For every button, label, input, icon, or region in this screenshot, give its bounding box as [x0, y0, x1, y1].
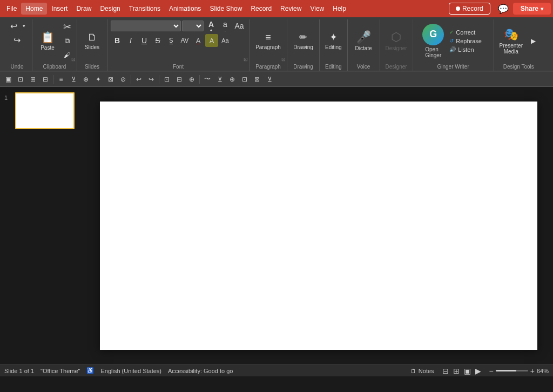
- menu-file[interactable]: File: [2, 3, 21, 15]
- tb2-sep3: [159, 75, 159, 84]
- bold-button[interactable]: B: [111, 34, 124, 47]
- paragraph-button[interactable]: ≡ Paragraph: [253, 25, 283, 57]
- menu-design[interactable]: Design: [96, 3, 124, 15]
- char-spacing-button[interactable]: AV: [178, 34, 191, 47]
- menu-record[interactable]: Record: [246, 3, 276, 15]
- font-color-button[interactable]: A: [192, 34, 205, 47]
- slide-canvas[interactable]: [100, 102, 537, 350]
- font-content: A+ a- Aa B I U S S̲ AV A A Aa: [111, 19, 246, 71]
- copy-button[interactable]: ⧉: [60, 35, 73, 48]
- rephrase-button[interactable]: ↺ Rephrase: [447, 37, 484, 45]
- rephrase-label: Rephrase: [456, 38, 482, 44]
- record-dot: [456, 6, 460, 11]
- tb2-minus2[interactable]: ⊟: [173, 73, 185, 85]
- font-size-select[interactable]: [182, 21, 204, 31]
- zoom-level: 64%: [537, 368, 549, 374]
- menu-home[interactable]: Home: [21, 3, 47, 15]
- undo-dropdown[interactable]: ▾: [21, 19, 27, 32]
- new-slide-button[interactable]: 🗋 Slides: [83, 25, 102, 57]
- tb2-add[interactable]: ⊕: [80, 73, 92, 85]
- tb2-check[interactable]: ⊠: [105, 73, 117, 85]
- presenter-media-button[interactable]: 🎭 PresenterMedia: [497, 25, 525, 57]
- menu-help[interactable]: Help: [328, 3, 350, 15]
- clear-format-button[interactable]: Aa: [233, 19, 246, 32]
- dictate-button[interactable]: 🎤 Dictate: [353, 25, 374, 57]
- font-expand-button[interactable]: ⊡: [244, 57, 248, 62]
- slideshow-button[interactable]: ▶: [474, 366, 483, 376]
- tb2-layout[interactable]: ⊻: [68, 73, 79, 85]
- reading-view-button[interactable]: ▣: [462, 366, 473, 376]
- toolbar2: ▣ ⊡ ⊞ ⊟ ≡ ⊻ ⊕ ✦ ⊠ ⊘ ↩ ↪ ⊡ ⊟ ⊕ 〜 ⊻ ⊕ ⊡ ⊠ …: [0, 72, 553, 87]
- tb2-lines2[interactable]: ⊻: [264, 73, 275, 85]
- tb2-lines[interactable]: ≡: [55, 73, 67, 85]
- tb2-box[interactable]: ⊡: [161, 73, 173, 85]
- menu-view[interactable]: View: [306, 3, 328, 15]
- normal-view-button[interactable]: ⊟: [441, 366, 450, 376]
- editing-button[interactable]: ✦ Editing: [323, 25, 344, 57]
- tb2-table[interactable]: ⊡: [15, 73, 26, 85]
- slide-thumbnail[interactable]: [15, 92, 75, 129]
- design-tools-expand[interactable]: ▶: [527, 35, 540, 48]
- language: English (United States): [100, 368, 161, 374]
- cut-button[interactable]: ✂: [60, 21, 73, 33]
- record-label: Record: [462, 5, 483, 12]
- correct-button[interactable]: ✓ Correct: [447, 29, 484, 36]
- menu-animations[interactable]: Animations: [165, 3, 205, 15]
- tb2-plus3[interactable]: ⊕: [226, 73, 238, 85]
- open-ginger-button[interactable]: G: [422, 24, 444, 45]
- font-size-decrease-button[interactable]: a-: [219, 19, 232, 32]
- menu-insert[interactable]: Insert: [47, 3, 72, 15]
- undo-button[interactable]: ↩: [7, 19, 20, 32]
- clipboard-expand-button[interactable]: ⊡: [71, 57, 76, 62]
- font-size-increase-button[interactable]: A+: [205, 19, 218, 32]
- designer-group-label: Designer: [380, 64, 413, 70]
- zoom-out-button[interactable]: −: [489, 367, 494, 375]
- strikethrough-button[interactable]: S: [151, 34, 164, 47]
- paragraph-expand-button[interactable]: ⊡: [281, 57, 286, 62]
- slide-sorter-button[interactable]: ⊞: [451, 366, 461, 376]
- shadow-button[interactable]: S̲: [165, 34, 178, 47]
- open-ginger-label: OpenGinger: [425, 46, 441, 58]
- group-paragraph: ≡ Paragraph Paragraph ⊡: [249, 19, 287, 71]
- notes-button[interactable]: 🗒 Notes: [410, 368, 434, 374]
- menu-review[interactable]: Review: [276, 3, 306, 15]
- highlight-button[interactable]: A: [205, 34, 218, 47]
- underline-button[interactable]: U: [138, 34, 151, 47]
- drawing-group-label: Drawing: [287, 64, 319, 70]
- tb2-minus[interactable]: ⊟: [39, 73, 51, 85]
- drawing-button[interactable]: ✏ Drawing: [291, 25, 315, 57]
- slides-content: 🗋 Slides: [83, 19, 102, 71]
- paragraph-group-label: Paragraph: [249, 64, 287, 70]
- designer-button[interactable]: ⬡ Designer: [383, 25, 409, 57]
- tb2-undo2[interactable]: ↩: [133, 73, 145, 85]
- tb2-select[interactable]: ▣: [2, 73, 14, 85]
- tb2-x[interactable]: ⊠: [251, 73, 263, 85]
- change-case-button[interactable]: Aa: [219, 34, 232, 47]
- redo-button[interactable]: ↪: [11, 33, 24, 46]
- share-button[interactable]: Share ▾: [513, 3, 551, 15]
- zoom-in-button[interactable]: +: [530, 367, 535, 375]
- menu-transitions[interactable]: Transitions: [125, 3, 165, 15]
- italic-button[interactable]: I: [124, 34, 137, 47]
- undo-content: ↩ ▾ ↪: [7, 19, 27, 71]
- paste-button[interactable]: 📋 Paste: [36, 25, 59, 57]
- tb2-redo2[interactable]: ↪: [145, 73, 157, 85]
- canvas-area[interactable]: [84, 87, 553, 364]
- menu-draw[interactable]: Draw: [72, 3, 96, 15]
- zoom-slider[interactable]: [496, 370, 528, 371]
- record-button[interactable]: Record: [449, 3, 490, 15]
- font-family-select[interactable]: [111, 21, 181, 31]
- tb2-star[interactable]: ✦: [92, 73, 104, 85]
- undo-group-label: Undo: [2, 64, 32, 70]
- tb2-grid[interactable]: ⊞: [27, 73, 39, 85]
- tb2-check2[interactable]: ⊻: [214, 73, 226, 85]
- comments-button[interactable]: 💬: [494, 3, 513, 15]
- listen-button[interactable]: 🔊 Listen: [447, 46, 484, 53]
- tb2-box2[interactable]: ⊡: [239, 73, 251, 85]
- tb2-wave[interactable]: 〜: [201, 73, 213, 85]
- menu-slideshow[interactable]: Slide Show: [205, 3, 246, 15]
- tb2-plus2[interactable]: ⊕: [186, 73, 198, 85]
- editing-content: ✦ Editing: [323, 19, 344, 71]
- tb2-circle[interactable]: ⊘: [117, 73, 129, 85]
- drawing-content: ✏ Drawing: [291, 19, 315, 71]
